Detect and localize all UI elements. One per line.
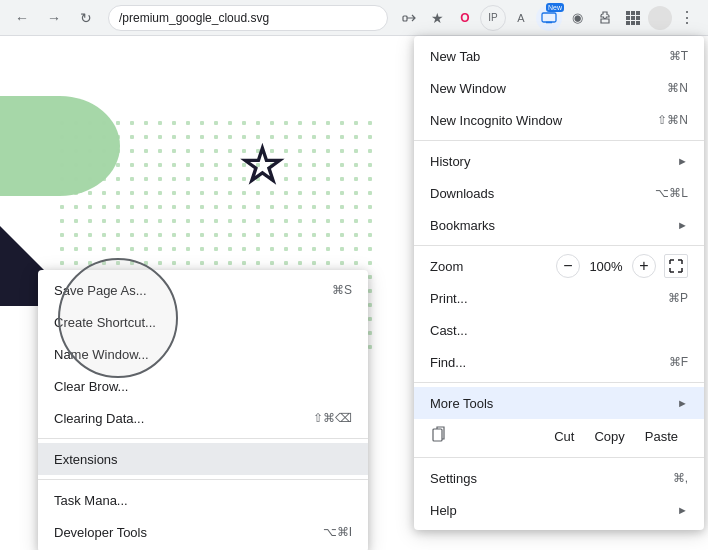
back-button[interactable]: ← bbox=[8, 4, 36, 32]
svg-rect-6 bbox=[631, 16, 635, 20]
history-label: History bbox=[430, 154, 669, 169]
profile-icon[interactable] bbox=[648, 6, 672, 30]
find-shortcut: ⌘F bbox=[669, 355, 688, 369]
sub-menu-create-shortcut[interactable]: Create Shortcut... bbox=[38, 306, 368, 338]
zoom-row: Zoom − 100% + bbox=[414, 250, 704, 282]
svg-rect-1 bbox=[542, 13, 556, 22]
sub-menu-name-window[interactable]: Name Window... bbox=[38, 338, 368, 370]
menu-item-find[interactable]: Find... ⌘F bbox=[414, 346, 704, 378]
svg-rect-8 bbox=[626, 21, 630, 25]
settings-label: Settings bbox=[430, 471, 657, 486]
clearing-data-shortcut: ⇧⌘⌫ bbox=[313, 411, 352, 425]
menu-item-bookmarks[interactable]: Bookmarks ► bbox=[414, 209, 704, 241]
extensions-label: Extensions bbox=[54, 452, 118, 467]
extensions-puzzle-icon[interactable] bbox=[592, 5, 618, 31]
svg-rect-7 bbox=[636, 16, 640, 20]
star-icon-1: ☆ bbox=[240, 136, 285, 194]
name-window-label: Name Window... bbox=[54, 347, 149, 362]
svg-rect-2 bbox=[626, 11, 630, 15]
menu-item-incognito[interactable]: New Incognito Window ⇧⌘N bbox=[414, 104, 704, 136]
cut-button[interactable]: Cut bbox=[544, 425, 584, 448]
new-tab-label: New Tab bbox=[430, 49, 653, 64]
save-page-shortcut: ⌘S bbox=[332, 283, 352, 297]
zoom-plus-button[interactable]: + bbox=[632, 254, 656, 278]
paste-button[interactable]: Paste bbox=[635, 425, 688, 448]
task-manager-label: Task Mana... bbox=[54, 493, 128, 508]
menu-item-new-tab[interactable]: New Tab ⌘T bbox=[414, 40, 704, 72]
sub-menu-dev-tools[interactable]: Developer Tools ⌥⌘I bbox=[38, 516, 368, 548]
sub-menu-clearing-data[interactable]: Clearing Data... ⇧⌘⌫ bbox=[38, 402, 368, 434]
zoom-label: Zoom bbox=[430, 259, 548, 274]
divider-3 bbox=[414, 382, 704, 383]
zoom-value: 100% bbox=[588, 259, 624, 274]
zoom-fullscreen-button[interactable] bbox=[664, 254, 688, 278]
find-label: Find... bbox=[430, 355, 653, 370]
dev-tools-shortcut: ⌥⌘I bbox=[323, 525, 352, 539]
menu-item-more-tools[interactable]: More Tools ► bbox=[414, 387, 704, 419]
menu-item-cast[interactable]: Cast... bbox=[414, 314, 704, 346]
ccp-row: Cut Copy Paste bbox=[414, 419, 704, 453]
reload-button[interactable]: ↻ bbox=[72, 4, 100, 32]
cast-label: Cast... bbox=[430, 323, 688, 338]
sub-menu-task-manager[interactable]: Task Mana... bbox=[38, 484, 368, 516]
more-tools-arrow: ► bbox=[677, 397, 688, 409]
share-icon[interactable] bbox=[396, 5, 422, 31]
menu-item-settings[interactable]: Settings ⌘, bbox=[414, 462, 704, 494]
menu-item-history[interactable]: History ► bbox=[414, 145, 704, 177]
sub-divider-2 bbox=[38, 479, 368, 480]
zoom-minus-button[interactable]: − bbox=[556, 254, 580, 278]
menu-item-new-window[interactable]: New Window ⌘N bbox=[414, 72, 704, 104]
new-window-shortcut: ⌘N bbox=[667, 81, 688, 95]
create-shortcut-label: Create Shortcut... bbox=[54, 315, 156, 330]
print-shortcut: ⌘P bbox=[668, 291, 688, 305]
sub-divider-1 bbox=[38, 438, 368, 439]
sub-menu: Save Page As... ⌘S Create Shortcut... Na… bbox=[38, 270, 368, 550]
clearing-data-label: Clearing Data... bbox=[54, 411, 144, 426]
help-arrow: ► bbox=[677, 504, 688, 516]
bookmarks-arrow: ► bbox=[677, 219, 688, 231]
sub-menu-clear-brow[interactable]: Clear Brow... bbox=[38, 370, 368, 402]
copy-button[interactable]: Copy bbox=[584, 425, 634, 448]
bookmark-icon[interactable]: ★ bbox=[424, 5, 450, 31]
opera-icon[interactable]: O bbox=[452, 5, 478, 31]
svg-rect-10 bbox=[636, 21, 640, 25]
clear-brow-label: Clear Brow... bbox=[54, 379, 128, 394]
save-page-label: Save Page As... bbox=[54, 283, 147, 298]
ccp-icon-area bbox=[430, 424, 544, 448]
sub-menu-extensions[interactable]: Extensions bbox=[38, 443, 368, 475]
svg-rect-5 bbox=[626, 16, 630, 20]
menu-icon[interactable]: ⋮ bbox=[674, 5, 700, 31]
dev-tools-label: Developer Tools bbox=[54, 525, 147, 540]
bookmarks-label: Bookmarks bbox=[430, 218, 669, 233]
svg-rect-3 bbox=[631, 11, 635, 15]
screencast-icon[interactable] bbox=[536, 5, 562, 31]
color-picker-icon[interactable]: ◉ bbox=[564, 5, 590, 31]
svg-rect-9 bbox=[631, 21, 635, 25]
downloads-label: Downloads bbox=[430, 186, 639, 201]
new-window-label: New Window bbox=[430, 81, 651, 96]
svg-rect-4 bbox=[636, 11, 640, 15]
svg-rect-15 bbox=[433, 429, 442, 441]
menu-item-help[interactable]: Help ► bbox=[414, 494, 704, 526]
divider-4 bbox=[414, 457, 704, 458]
toolbar-icons: ★ O IP A ◉ bbox=[396, 5, 700, 31]
grid-icon[interactable] bbox=[620, 5, 646, 31]
divider-1 bbox=[414, 140, 704, 141]
translate-icon[interactable]: A bbox=[508, 5, 534, 31]
menu-item-downloads[interactable]: Downloads ⌥⌘L bbox=[414, 177, 704, 209]
main-menu: New Tab ⌘T New Window ⌘N New Incognito W… bbox=[414, 36, 704, 530]
incognito-shortcut: ⇧⌘N bbox=[657, 113, 688, 127]
sub-menu-save-page[interactable]: Save Page As... ⌘S bbox=[38, 274, 368, 306]
divider-2 bbox=[414, 245, 704, 246]
menu-item-print[interactable]: Print... ⌘P bbox=[414, 282, 704, 314]
address-text: /premium_google_cloud.svg bbox=[119, 11, 269, 25]
history-arrow: ► bbox=[677, 155, 688, 167]
downloads-shortcut: ⌥⌘L bbox=[655, 186, 688, 200]
forward-button[interactable]: → bbox=[40, 4, 68, 32]
address-bar[interactable]: /premium_google_cloud.svg bbox=[108, 5, 388, 31]
new-tab-shortcut: ⌘T bbox=[669, 49, 688, 63]
ip-icon[interactable]: IP bbox=[480, 5, 506, 31]
incognito-label: New Incognito Window bbox=[430, 113, 641, 128]
chrome-toolbar: ← → ↻ /premium_google_cloud.svg ★ O IP A bbox=[0, 0, 708, 36]
svg-rect-0 bbox=[403, 16, 407, 21]
